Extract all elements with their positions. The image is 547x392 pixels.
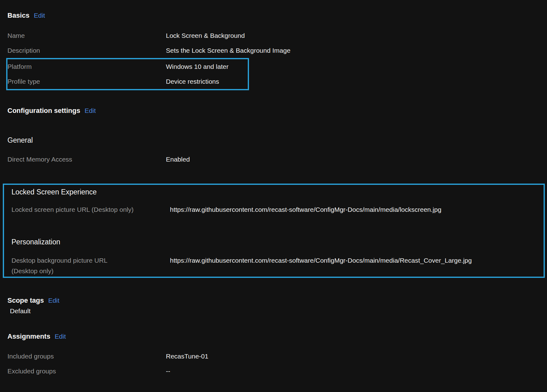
scope-tags-title: Scope tags [7,296,44,305]
included-groups-label: Included groups [7,353,166,360]
scope-tags-section-header: Scope tags Edit [0,296,547,305]
locked-screen-picture-url-label: Locked screen picture URL (Desktop only) [11,206,170,213]
row-description: Description Sets the Lock Screen & Backg… [0,43,547,58]
locked-screen-picture-url-value: https://raw.githubusercontent.com/recast… [170,206,544,213]
assignments-edit-link[interactable]: Edit [55,332,66,341]
basics-edit-link[interactable]: Edit [34,11,45,20]
included-groups-value: RecasTune-01 [166,353,547,360]
basics-section-header: Basics Edit [0,11,547,20]
configuration-edit-link[interactable]: Edit [85,106,96,115]
general-heading: General [0,135,547,145]
description-value: Sets the Lock Screen & Background Image [166,47,547,54]
platform-label: Platform [7,63,166,70]
row-platform: Platform Windows 10 and later [7,59,248,74]
platform-value: Windows 10 and later [166,63,248,70]
description-label: Description [7,47,166,54]
name-value: Lock Screen & Background [166,32,547,39]
row-profile-type: Profile type Device restrictions [7,74,248,89]
profile-type-value: Device restrictions [166,78,248,85]
basics-title: Basics [7,11,29,20]
assignments-section-header: Assignments Edit [0,332,547,341]
desktop-background-picture-url-label-line1: Desktop background picture URL [11,255,170,266]
platform-highlight-box: Platform Windows 10 and later Profile ty… [6,58,249,90]
scope-tags-edit-link[interactable]: Edit [48,296,59,305]
row-direct-memory-access: Direct Memory Access Enabled [0,152,547,167]
name-label: Name [7,32,166,39]
desktop-background-picture-url-value: https://raw.githubusercontent.com/recast… [170,255,544,266]
desktop-background-picture-url-label-line2: (Desktop only) [11,266,170,276]
desktop-background-picture-url-label: Desktop background picture URL (Desktop … [11,255,170,276]
dma-value: Enabled [166,156,547,163]
dma-label: Direct Memory Access [7,156,166,163]
row-included-groups: Included groups RecasTune-01 [0,349,547,364]
configuration-title: Configuration settings [7,106,80,115]
row-excluded-groups: Excluded groups -- [0,364,547,379]
configuration-section-header: Configuration settings Edit [0,106,547,115]
row-locked-screen-picture-url: Locked screen picture URL (Desktop only)… [7,202,544,217]
locked-screen-experience-heading: Locked Screen Experience [7,187,544,197]
row-desktop-background-picture-url: Desktop background picture URL (Desktop … [7,255,544,276]
excluded-groups-label: Excluded groups [7,368,166,375]
basics-rows: Name Lock Screen & Background Descriptio… [0,28,547,90]
scope-tags-value: Default [0,306,547,316]
excluded-groups-value: -- [166,368,547,375]
row-name: Name Lock Screen & Background [0,28,547,43]
profile-type-label: Profile type [7,78,166,85]
lockscreen-highlight-box: Locked Screen Experience Locked screen p… [3,184,545,278]
assignments-title: Assignments [7,332,50,341]
personalization-heading: Personalization [7,237,544,247]
profile-review-page: Basics Edit Name Lock Screen & Backgroun… [0,11,547,392]
assignments-rows: Included groups RecasTune-01 Excluded gr… [0,349,547,379]
